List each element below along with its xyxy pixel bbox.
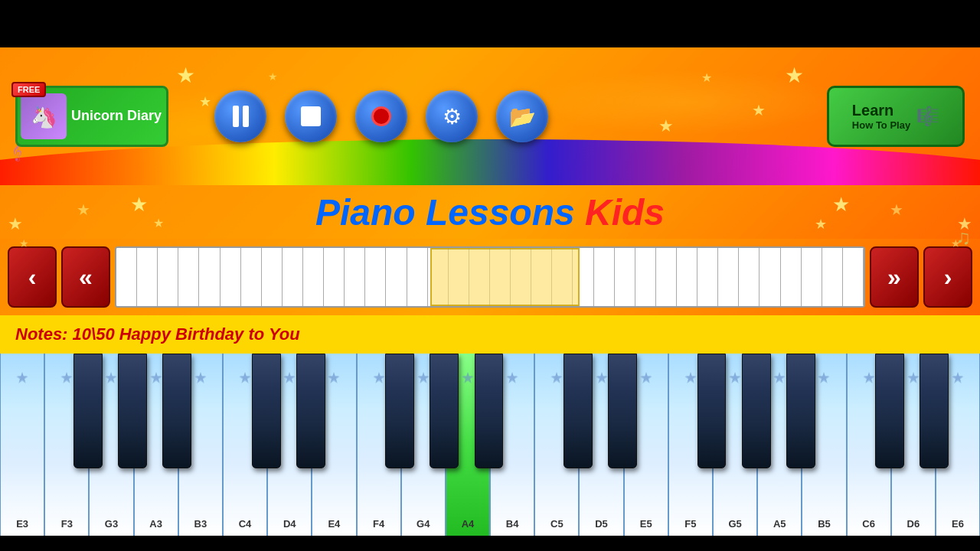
mini-key	[178, 248, 199, 306]
mini-key	[718, 248, 739, 306]
music-staff-icon: 🎼	[916, 106, 939, 127]
mini-key	[116, 248, 137, 306]
pause-bar-right	[243, 106, 249, 127]
mini-key	[677, 248, 697, 306]
key-label-g5: G5	[728, 518, 741, 530]
music-note-decoration: ♫	[956, 226, 972, 249]
prev-fast-button[interactable]: «	[61, 246, 110, 308]
stop-icon	[301, 106, 321, 126]
star-decoration: ★	[77, 201, 90, 219]
next-icon: ›	[944, 263, 952, 292]
white-key-b5[interactable]: ★B5	[802, 354, 846, 536]
star-decoration: ★	[752, 101, 766, 119]
white-key-g5[interactable]: ★G5	[713, 354, 757, 536]
header: ★ ★ ★ ★ ★ ♪ 𝄞 ★ ★ ★ ★ ♫ ♪ FREE 🦄 Unicorn…	[0, 47, 980, 185]
white-key-c6[interactable]: ★C6	[847, 354, 891, 536]
white-key-f4[interactable]: ★F4	[357, 354, 401, 536]
key-label-d5: D5	[595, 518, 608, 530]
mini-key	[220, 248, 241, 306]
learn-sublabel: How To Play	[852, 119, 910, 131]
prev-button[interactable]: ‹	[8, 246, 57, 308]
controls-group: ⚙ 📂	[214, 90, 548, 142]
white-key-g3[interactable]: ★G3	[89, 354, 133, 536]
mini-keyboard[interactable]	[115, 246, 865, 308]
mini-key	[137, 248, 158, 306]
white-key-b3[interactable]: ★B3	[178, 354, 223, 536]
white-key-f5[interactable]: ★F5	[668, 354, 713, 536]
key-label-a4: A4	[462, 518, 475, 530]
mini-key	[324, 248, 345, 306]
star-decoration: ★	[8, 214, 23, 234]
stop-button[interactable]	[285, 90, 337, 142]
key-label-b3: B3	[194, 518, 207, 530]
next-fast-button[interactable]: »	[870, 246, 919, 308]
key-label-b5: B5	[818, 518, 831, 530]
pause-icon	[233, 106, 249, 127]
star-decoration: ★	[832, 193, 850, 217]
unicorn-icon: 🦄	[21, 93, 67, 139]
learn-button[interactable]: Learn How To Play 🎼	[827, 86, 965, 147]
title-blue-part: Piano Lessons	[315, 192, 585, 233]
key-label-a5: A5	[773, 518, 786, 530]
piano-keys-container: ★E3★F3★G3★A3★B3★C4★D4★E4★F4★G4★A4★B4★C5★…	[0, 354, 980, 536]
mini-key	[241, 248, 262, 306]
folder-icon: 📂	[509, 104, 536, 129]
white-key-g4[interactable]: ★G4	[401, 354, 446, 536]
white-key-c4[interactable]: ★C4	[223, 354, 267, 536]
next-fast-icon: »	[887, 263, 901, 292]
key-label-e6: E6	[952, 518, 964, 530]
unicorn-title: Unicorn Diary	[71, 108, 162, 125]
white-key-e5[interactable]: ★E5	[624, 354, 668, 536]
mini-key	[822, 248, 843, 306]
piano-area[interactable]: ★E3★F3★G3★A3★B3★C4★D4★E4★F4★G4★A4★B4★C5★…	[0, 354, 980, 536]
key-label-d6: D6	[907, 518, 920, 530]
star-decoration: ★	[19, 237, 29, 249]
white-key-b4[interactable]: ★B4	[490, 354, 534, 536]
white-key-a4[interactable]: ★A4	[446, 354, 490, 536]
next-button[interactable]: ›	[923, 246, 972, 308]
mini-key	[802, 248, 822, 306]
star-decoration: ★	[785, 63, 804, 88]
settings-button[interactable]: ⚙	[426, 90, 478, 142]
key-label-e5: E5	[640, 518, 652, 530]
mini-key	[635, 248, 656, 306]
pause-button[interactable]	[214, 90, 266, 142]
white-key-e6[interactable]: ★E6	[936, 354, 980, 536]
folder-button[interactable]: 📂	[496, 90, 548, 142]
pause-bar-left	[233, 106, 239, 127]
title-red-part: Kids	[585, 192, 665, 233]
record-button[interactable]	[355, 90, 407, 142]
record-icon	[371, 106, 391, 126]
key-label-d4: D4	[283, 518, 296, 530]
prev-icon: ‹	[28, 263, 37, 292]
white-key-f3[interactable]: ★F3	[44, 354, 89, 536]
white-key-d4[interactable]: ★D4	[267, 354, 312, 536]
star-decoration: ★	[153, 216, 164, 230]
title-area: ★ ★ ★ ★ ★ ★ Piano Lessons Kids	[0, 185, 980, 239]
mini-key	[781, 248, 802, 306]
mini-keyboard-highlight	[430, 248, 580, 306]
page-title: Piano Lessons Kids	[315, 191, 665, 233]
mini-key	[262, 248, 283, 306]
white-key-d5[interactable]: ★D5	[579, 354, 623, 536]
white-key-a3[interactable]: ★A3	[134, 354, 178, 536]
star-decoration: ★	[268, 70, 278, 83]
star-decoration: ★	[130, 193, 148, 217]
key-label-f4: F4	[373, 518, 384, 530]
white-key-e3[interactable]: ★E3	[0, 354, 44, 536]
mini-key	[365, 248, 386, 306]
key-label-b4: B4	[506, 518, 519, 530]
key-label-g3: G3	[105, 518, 118, 530]
white-key-d6[interactable]: ★D6	[891, 354, 936, 536]
white-key-e4[interactable]: ★E4	[312, 354, 356, 536]
white-key-a5[interactable]: ★A5	[757, 354, 802, 536]
key-label-f5: F5	[684, 518, 696, 530]
notes-bar: Notes: 10\50 Happy Birthday to You	[0, 315, 980, 354]
mini-key	[760, 248, 780, 306]
mini-key	[615, 248, 635, 306]
white-key-c5[interactable]: ★C5	[534, 354, 579, 536]
mini-key	[199, 248, 220, 306]
unicorn-diary-button[interactable]: FREE 🦄 Unicorn Diary	[15, 86, 168, 147]
top-bar	[0, 0, 980, 47]
notes-status-text: Notes: 10\50 Happy Birthday to You	[15, 324, 300, 344]
